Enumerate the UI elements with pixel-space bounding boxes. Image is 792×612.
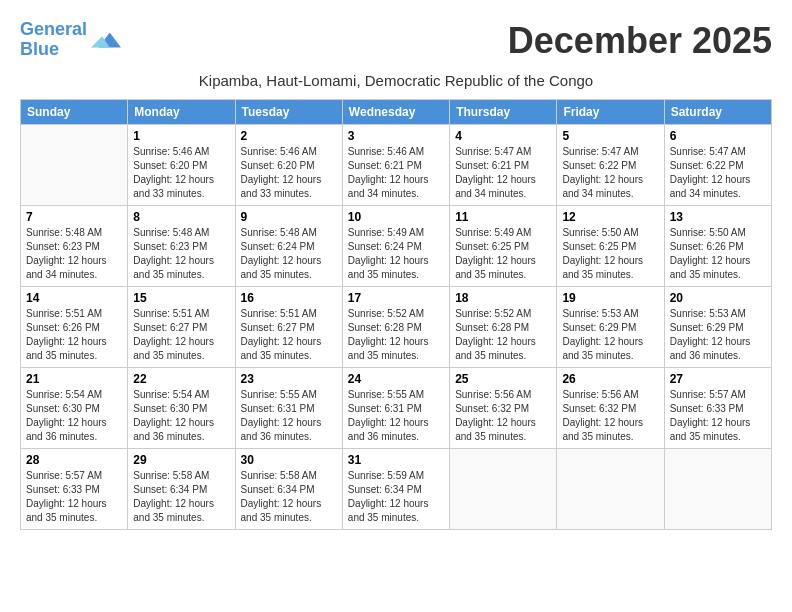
calendar-cell: 26Sunrise: 5:56 AM Sunset: 6:32 PM Dayli… — [557, 367, 664, 448]
day-number: 6 — [670, 129, 766, 143]
logo-general: General — [20, 19, 87, 39]
day-info: Sunrise: 5:55 AM Sunset: 6:31 PM Dayligh… — [241, 388, 337, 444]
calendar-cell: 25Sunrise: 5:56 AM Sunset: 6:32 PM Dayli… — [450, 367, 557, 448]
day-info: Sunrise: 5:47 AM Sunset: 6:22 PM Dayligh… — [670, 145, 766, 201]
calendar-cell: 4Sunrise: 5:47 AM Sunset: 6:21 PM Daylig… — [450, 124, 557, 205]
day-info: Sunrise: 5:46 AM Sunset: 6:20 PM Dayligh… — [133, 145, 229, 201]
day-number: 12 — [562, 210, 658, 224]
day-info: Sunrise: 5:56 AM Sunset: 6:32 PM Dayligh… — [455, 388, 551, 444]
day-number: 26 — [562, 372, 658, 386]
day-info: Sunrise: 5:47 AM Sunset: 6:21 PM Dayligh… — [455, 145, 551, 201]
calendar-cell: 21Sunrise: 5:54 AM Sunset: 6:30 PM Dayli… — [21, 367, 128, 448]
weekday-header-monday: Monday — [128, 99, 235, 124]
day-info: Sunrise: 5:59 AM Sunset: 6:34 PM Dayligh… — [348, 469, 444, 525]
day-number: 31 — [348, 453, 444, 467]
day-number: 19 — [562, 291, 658, 305]
weekday-header-friday: Friday — [557, 99, 664, 124]
logo-icon — [91, 25, 121, 55]
day-info: Sunrise: 5:53 AM Sunset: 6:29 PM Dayligh… — [670, 307, 766, 363]
day-number: 28 — [26, 453, 122, 467]
calendar-cell: 16Sunrise: 5:51 AM Sunset: 6:27 PM Dayli… — [235, 286, 342, 367]
calendar-cell — [450, 448, 557, 529]
calendar-cell: 28Sunrise: 5:57 AM Sunset: 6:33 PM Dayli… — [21, 448, 128, 529]
calendar-cell — [664, 448, 771, 529]
day-info: Sunrise: 5:51 AM Sunset: 6:27 PM Dayligh… — [241, 307, 337, 363]
calendar-cell: 22Sunrise: 5:54 AM Sunset: 6:30 PM Dayli… — [128, 367, 235, 448]
day-number: 9 — [241, 210, 337, 224]
day-number: 22 — [133, 372, 229, 386]
calendar-cell: 19Sunrise: 5:53 AM Sunset: 6:29 PM Dayli… — [557, 286, 664, 367]
day-info: Sunrise: 5:50 AM Sunset: 6:25 PM Dayligh… — [562, 226, 658, 282]
calendar-cell: 27Sunrise: 5:57 AM Sunset: 6:33 PM Dayli… — [664, 367, 771, 448]
day-number: 25 — [455, 372, 551, 386]
day-info: Sunrise: 5:51 AM Sunset: 6:27 PM Dayligh… — [133, 307, 229, 363]
day-info: Sunrise: 5:52 AM Sunset: 6:28 PM Dayligh… — [348, 307, 444, 363]
calendar-cell: 7Sunrise: 5:48 AM Sunset: 6:23 PM Daylig… — [21, 205, 128, 286]
day-info: Sunrise: 5:56 AM Sunset: 6:32 PM Dayligh… — [562, 388, 658, 444]
day-number: 7 — [26, 210, 122, 224]
day-info: Sunrise: 5:57 AM Sunset: 6:33 PM Dayligh… — [670, 388, 766, 444]
calendar-cell: 5Sunrise: 5:47 AM Sunset: 6:22 PM Daylig… — [557, 124, 664, 205]
calendar-cell: 9Sunrise: 5:48 AM Sunset: 6:24 PM Daylig… — [235, 205, 342, 286]
day-info: Sunrise: 5:54 AM Sunset: 6:30 PM Dayligh… — [133, 388, 229, 444]
month-title: December 2025 — [508, 20, 772, 62]
day-number: 20 — [670, 291, 766, 305]
day-number: 23 — [241, 372, 337, 386]
day-number: 13 — [670, 210, 766, 224]
day-info: Sunrise: 5:55 AM Sunset: 6:31 PM Dayligh… — [348, 388, 444, 444]
calendar-cell: 10Sunrise: 5:49 AM Sunset: 6:24 PM Dayli… — [342, 205, 449, 286]
calendar-cell: 24Sunrise: 5:55 AM Sunset: 6:31 PM Dayli… — [342, 367, 449, 448]
day-number: 18 — [455, 291, 551, 305]
day-number: 8 — [133, 210, 229, 224]
calendar-cell: 17Sunrise: 5:52 AM Sunset: 6:28 PM Dayli… — [342, 286, 449, 367]
day-number: 30 — [241, 453, 337, 467]
day-info: Sunrise: 5:58 AM Sunset: 6:34 PM Dayligh… — [241, 469, 337, 525]
day-number: 14 — [26, 291, 122, 305]
day-number: 5 — [562, 129, 658, 143]
day-info: Sunrise: 5:50 AM Sunset: 6:26 PM Dayligh… — [670, 226, 766, 282]
day-number: 21 — [26, 372, 122, 386]
day-info: Sunrise: 5:53 AM Sunset: 6:29 PM Dayligh… — [562, 307, 658, 363]
calendar-cell: 29Sunrise: 5:58 AM Sunset: 6:34 PM Dayli… — [128, 448, 235, 529]
calendar-cell: 23Sunrise: 5:55 AM Sunset: 6:31 PM Dayli… — [235, 367, 342, 448]
day-number: 11 — [455, 210, 551, 224]
calendar-cell: 31Sunrise: 5:59 AM Sunset: 6:34 PM Dayli… — [342, 448, 449, 529]
calendar: SundayMondayTuesdayWednesdayThursdayFrid… — [20, 99, 772, 530]
calendar-cell: 14Sunrise: 5:51 AM Sunset: 6:26 PM Dayli… — [21, 286, 128, 367]
day-number: 16 — [241, 291, 337, 305]
weekday-header-wednesday: Wednesday — [342, 99, 449, 124]
weekday-header-sunday: Sunday — [21, 99, 128, 124]
day-info: Sunrise: 5:54 AM Sunset: 6:30 PM Dayligh… — [26, 388, 122, 444]
calendar-cell: 2Sunrise: 5:46 AM Sunset: 6:20 PM Daylig… — [235, 124, 342, 205]
calendar-cell: 18Sunrise: 5:52 AM Sunset: 6:28 PM Dayli… — [450, 286, 557, 367]
calendar-cell: 20Sunrise: 5:53 AM Sunset: 6:29 PM Dayli… — [664, 286, 771, 367]
day-info: Sunrise: 5:46 AM Sunset: 6:21 PM Dayligh… — [348, 145, 444, 201]
weekday-header-saturday: Saturday — [664, 99, 771, 124]
day-info: Sunrise: 5:48 AM Sunset: 6:23 PM Dayligh… — [133, 226, 229, 282]
day-number: 17 — [348, 291, 444, 305]
day-info: Sunrise: 5:48 AM Sunset: 6:23 PM Dayligh… — [26, 226, 122, 282]
day-number: 4 — [455, 129, 551, 143]
location-title: Kipamba, Haut-Lomami, Democratic Republi… — [20, 72, 772, 89]
day-number: 10 — [348, 210, 444, 224]
day-number: 2 — [241, 129, 337, 143]
calendar-cell: 1Sunrise: 5:46 AM Sunset: 6:20 PM Daylig… — [128, 124, 235, 205]
calendar-cell: 8Sunrise: 5:48 AM Sunset: 6:23 PM Daylig… — [128, 205, 235, 286]
weekday-header-thursday: Thursday — [450, 99, 557, 124]
day-number: 27 — [670, 372, 766, 386]
calendar-cell: 30Sunrise: 5:58 AM Sunset: 6:34 PM Dayli… — [235, 448, 342, 529]
day-info: Sunrise: 5:58 AM Sunset: 6:34 PM Dayligh… — [133, 469, 229, 525]
logo: General Blue — [20, 20, 121, 60]
weekday-header-tuesday: Tuesday — [235, 99, 342, 124]
day-number: 29 — [133, 453, 229, 467]
calendar-cell: 11Sunrise: 5:49 AM Sunset: 6:25 PM Dayli… — [450, 205, 557, 286]
day-info: Sunrise: 5:51 AM Sunset: 6:26 PM Dayligh… — [26, 307, 122, 363]
day-info: Sunrise: 5:48 AM Sunset: 6:24 PM Dayligh… — [241, 226, 337, 282]
day-info: Sunrise: 5:47 AM Sunset: 6:22 PM Dayligh… — [562, 145, 658, 201]
day-info: Sunrise: 5:49 AM Sunset: 6:25 PM Dayligh… — [455, 226, 551, 282]
day-number: 15 — [133, 291, 229, 305]
day-number: 3 — [348, 129, 444, 143]
day-number: 1 — [133, 129, 229, 143]
day-info: Sunrise: 5:57 AM Sunset: 6:33 PM Dayligh… — [26, 469, 122, 525]
calendar-cell: 6Sunrise: 5:47 AM Sunset: 6:22 PM Daylig… — [664, 124, 771, 205]
